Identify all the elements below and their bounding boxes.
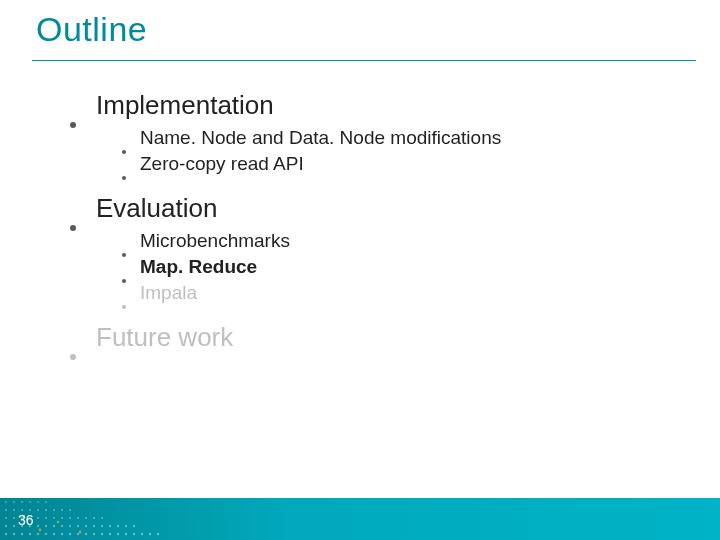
bullet-dot-icon xyxy=(70,225,76,231)
bullet-future-work: Future work xyxy=(70,322,690,353)
sublist-evaluation: Microbenchmarks Map. Reduce Impala xyxy=(122,230,690,304)
sub-bullet-dim: Impala xyxy=(122,282,690,304)
bullet-label: Evaluation xyxy=(96,193,217,224)
bullet-label: Future work xyxy=(96,322,233,353)
bullet-dot-icon xyxy=(122,176,126,180)
bullet-dot-icon xyxy=(122,150,126,154)
sub-bullet: Name. Node and Data. Node modifications xyxy=(122,127,690,149)
bullet-evaluation: Evaluation xyxy=(70,193,690,224)
page-number: 36 xyxy=(18,512,34,528)
bullet-dot-icon xyxy=(70,122,76,128)
bullet-label: Implementation xyxy=(96,90,274,121)
sub-bullet-highlight: Map. Reduce xyxy=(122,256,690,278)
sub-bullet: Zero-copy read API xyxy=(122,153,690,175)
bullet-dot-icon xyxy=(122,253,126,257)
sub-bullet-label: Name. Node and Data. Node modifications xyxy=(140,127,501,149)
sublist-implementation: Name. Node and Data. Node modifications … xyxy=(122,127,690,175)
bullet-dot-icon xyxy=(122,279,126,283)
sub-bullet: Microbenchmarks xyxy=(122,230,690,252)
title-underline xyxy=(32,60,696,61)
sub-bullet-label: Zero-copy read API xyxy=(140,153,304,175)
slide-content: Implementation Name. Node and Data. Node… xyxy=(70,86,690,359)
slide-title: Outline xyxy=(36,10,147,49)
sub-bullet-label: Microbenchmarks xyxy=(140,230,290,252)
slide: Outline Implementation Name. Node and Da… xyxy=(0,0,720,540)
bullet-dot-icon xyxy=(70,354,76,360)
sub-bullet-label: Impala xyxy=(140,282,197,304)
sub-bullet-label: Map. Reduce xyxy=(140,256,257,278)
footer-band xyxy=(0,498,720,540)
bullet-dot-icon xyxy=(122,305,126,309)
bullet-implementation: Implementation xyxy=(70,90,690,121)
